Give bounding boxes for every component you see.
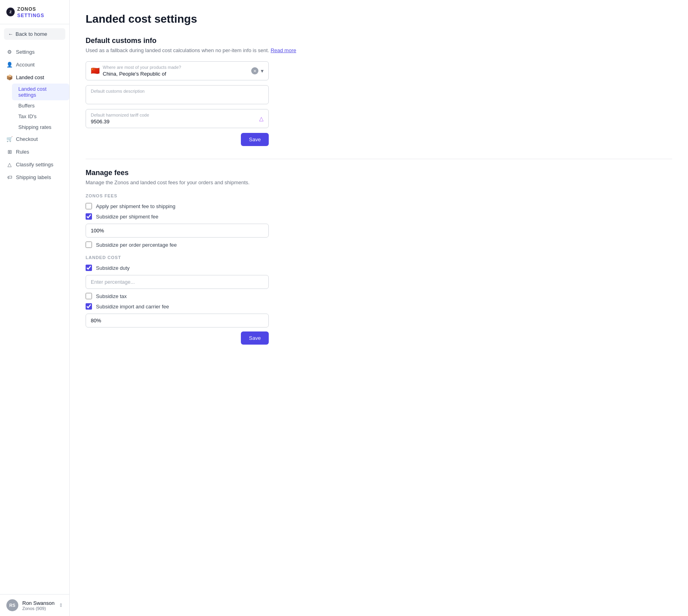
sidebar-item-tax-ids[interactable]: Tax ID's <box>12 111 69 122</box>
nav-section: ⚙ Settings 👤 Account 📦 Landed cost Lande… <box>0 44 69 185</box>
tariff-code-wrapper: Default harmonized tariff code △ <box>86 109 269 128</box>
subsidize-import-checkbox[interactable] <box>86 303 92 310</box>
fees-save-button[interactable]: Save <box>241 331 269 345</box>
subsidize-per-order-row: Subsidize per order percentage fee <box>86 242 269 248</box>
main-content: Landed cost settings Default customs inf… <box>70 0 688 616</box>
clear-country-button[interactable]: ✕ <box>251 67 258 74</box>
subsidize-per-shipment-row: Subsidize per shipment fee <box>86 213 269 220</box>
subsidize-import-label[interactable]: Subsidize import and carrier fee <box>96 304 169 310</box>
customs-desc-input[interactable] <box>91 95 264 101</box>
subsidize-import-input[interactable] <box>86 314 269 327</box>
sidebar-item-landed-cost-settings[interactable]: Landed cost settings <box>12 84 69 100</box>
sidebar-item-classify-settings[interactable]: △ Classify settings <box>0 158 69 171</box>
page-title: Landed cost settings <box>86 13 672 25</box>
sub-nav-landed-cost: Landed cost settings Buffers Tax ID's Sh… <box>0 84 69 133</box>
country-flag: 🇨🇳 <box>91 66 100 75</box>
apply-per-shipment-checkbox[interactable] <box>86 203 92 209</box>
subsidize-tax-row: Subsidize tax <box>86 293 269 299</box>
fees-section-desc: Manage the Zonos and landed cost fees fo… <box>86 179 672 185</box>
subsidize-duty-label[interactable]: Subsidize duty <box>96 265 130 271</box>
customs-section-title: Default customs info <box>86 37 672 45</box>
sidebar: Z ZONOS SETTINGS ← Back to home ⚙ Settin… <box>0 0 70 616</box>
apply-per-shipment-row: Apply per shipment fee to shipping <box>86 203 269 209</box>
sidebar-item-rules[interactable]: ⊞ Rules <box>0 145 69 158</box>
dropdown-chevron-button[interactable]: ▾ <box>261 68 264 74</box>
avatar: RS <box>6 599 18 611</box>
logo-icon: Z <box>6 8 15 16</box>
customs-info-section: Default customs info Used as a fallback … <box>86 37 672 146</box>
subsidize-per-shipment-label[interactable]: Subsidize per shipment fee <box>96 214 158 220</box>
warning-triangle-icon: △ <box>259 115 264 122</box>
country-selector-group: 🇨🇳 Where are most of your products made?… <box>86 61 269 80</box>
sidebar-item-shipping-rates[interactable]: Shipping rates <box>12 122 69 133</box>
customs-desc-label: Default customs description <box>91 89 264 94</box>
fees-section: Manage fees Manage the Zonos and landed … <box>86 169 672 345</box>
box-icon: 📦 <box>6 74 13 80</box>
chevron-expand-icon: ⇕ <box>59 602 63 608</box>
subsidize-duty-row: Subsidize duty <box>86 265 269 271</box>
subsidize-tax-label[interactable]: Subsidize tax <box>96 293 127 299</box>
user-icon: 👤 <box>6 61 13 68</box>
customs-desc-group: Default customs description <box>86 85 269 104</box>
sidebar-item-shipping-labels[interactable]: 🏷 Shipping labels <box>0 171 69 183</box>
fees-section-title: Manage fees <box>86 169 672 177</box>
subsidize-per-order-checkbox[interactable] <box>86 242 92 248</box>
sidebar-item-landed-cost[interactable]: 📦 Landed cost <box>0 71 69 84</box>
customs-section-desc: Used as a fallback during landed cost ca… <box>86 47 672 53</box>
cart-icon: 🛒 <box>6 136 13 142</box>
section-divider <box>86 159 672 159</box>
subsidize-tax-checkbox[interactable] <box>86 293 92 299</box>
sidebar-item-account[interactable]: 👤 Account <box>0 58 69 71</box>
triangle-icon: △ <box>6 161 13 168</box>
customs-desc-wrapper: Default customs description <box>86 85 269 104</box>
sidebar-item-checkout[interactable]: 🛒 Checkout <box>0 133 69 145</box>
sidebar-item-buffers[interactable]: Buffers <box>12 100 69 111</box>
grid-icon: ⊞ <box>6 148 13 155</box>
country-selector-label: Where are most of your products made? <box>103 65 248 70</box>
back-to-home-button[interactable]: ← Back to home <box>4 28 65 40</box>
tariff-code-group: Default harmonized tariff code △ <box>86 109 269 128</box>
country-select-inner: Where are most of your products made? Ch… <box>103 65 248 77</box>
subsidize-per-shipment-checkbox[interactable] <box>86 213 92 220</box>
country-select[interactable]: 🇨🇳 Where are most of your products made?… <box>86 61 269 80</box>
customs-form: 🇨🇳 Where are most of your products made?… <box>86 61 269 146</box>
app-logo: Z ZONOS SETTINGS <box>0 0 69 24</box>
sidebar-item-settings[interactable]: ⚙ Settings <box>0 45 69 58</box>
subsidize-per-shipment-input[interactable] <box>86 224 269 238</box>
country-value: China, People's Republic of <box>103 71 166 77</box>
user-info: Ron Swanson Zonos (909) <box>22 600 55 611</box>
country-actions: ✕ ▾ <box>251 67 264 74</box>
arrow-left-icon: ← <box>8 31 13 37</box>
zonos-fees-label: ZONOS FEES <box>86 193 269 198</box>
user-profile[interactable]: RS Ron Swanson Zonos (909) ⇕ <box>0 594 69 616</box>
subsidize-duty-checkbox[interactable] <box>86 265 92 271</box>
fees-form: ZONOS FEES Apply per shipment fee to shi… <box>86 193 269 345</box>
logo-text: ZONOS SETTINGS <box>17 6 63 18</box>
label-icon: 🏷 <box>6 174 13 180</box>
read-more-link[interactable]: Read more <box>271 47 296 53</box>
landed-cost-fees-label: LANDED COST <box>86 255 269 260</box>
subsidize-import-row: Subsidize import and carrier fee <box>86 303 269 310</box>
customs-save-button[interactable]: Save <box>241 133 269 146</box>
subsidize-duty-input[interactable] <box>86 275 269 289</box>
subsidize-per-order-label[interactable]: Subsidize per order percentage fee <box>96 242 177 248</box>
gear-icon: ⚙ <box>6 49 13 55</box>
tariff-code-input[interactable] <box>91 119 264 125</box>
tariff-code-label: Default harmonized tariff code <box>91 113 264 117</box>
apply-per-shipment-label[interactable]: Apply per shipment fee to shipping <box>96 203 175 209</box>
